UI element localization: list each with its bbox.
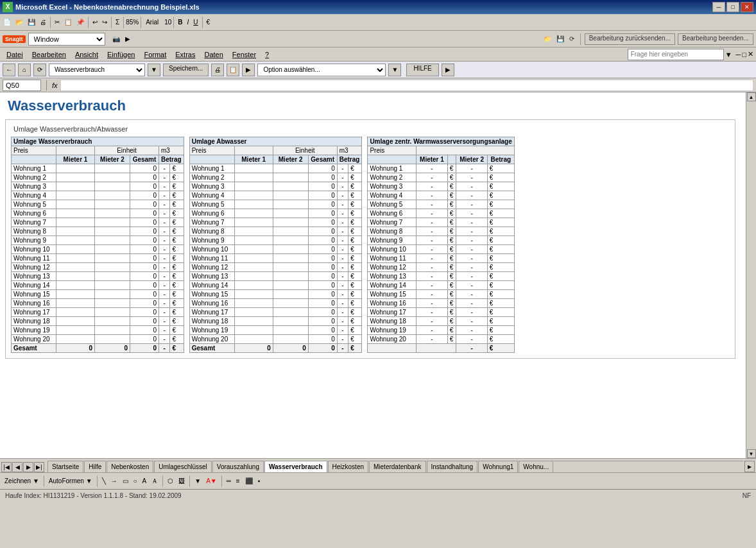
t1r8-m2[interactable] [95, 236, 130, 245]
tab-wasserverbrauch[interactable]: Wasserverbrauch [264, 461, 327, 472]
t1r7-m1[interactable] [56, 227, 95, 236]
remote-back-button[interactable]: Bearbeitung zurücksenden... [585, 33, 675, 45]
draw-3d-btn[interactable]: ⬛ [243, 474, 255, 488]
draw-fillcolor-btn[interactable]: ▼ [193, 474, 203, 488]
t1r14-m1[interactable] [56, 290, 95, 299]
nav-refresh-button[interactable]: ⟳ [33, 64, 46, 76]
option-select[interactable]: Option auswählen... [257, 64, 386, 76]
t2r5-m1[interactable] [234, 209, 273, 218]
t1r14-m2[interactable] [95, 290, 130, 299]
t2r6-m1[interactable] [234, 218, 273, 227]
t2r0-m2[interactable] [273, 164, 308, 173]
t2r16-m1[interactable] [234, 308, 273, 317]
t1r0-m1[interactable] [56, 164, 95, 173]
tab-wohnung1[interactable]: Wohnung1 [478, 461, 518, 472]
t1r1-m2[interactable] [95, 173, 130, 182]
draw-shadow-btn[interactable]: ▪ [256, 474, 262, 488]
redo-button[interactable]: ↪ [100, 15, 109, 30]
t1r5-m2[interactable] [95, 209, 130, 218]
t1r7-m2[interactable] [95, 227, 130, 236]
t1r15-m2[interactable] [95, 299, 130, 308]
t2r0-m1[interactable] [234, 164, 273, 173]
t1r12-m1[interactable] [56, 272, 95, 281]
undo-button[interactable]: ↩ [90, 15, 99, 30]
tab-first-button[interactable]: |◀ [1, 462, 12, 472]
bold-button[interactable]: B [176, 15, 184, 30]
t2r10-m1[interactable] [234, 254, 273, 263]
option-dropdown-icon[interactable]: ▼ [388, 64, 401, 76]
print-button[interactable]: 🖨 [38, 15, 48, 30]
nav-icon-2[interactable]: 📋 [227, 64, 239, 76]
t1r17-m2[interactable] [95, 317, 130, 326]
close-button[interactable]: ✕ [741, 2, 753, 12]
t2r15-m2[interactable] [273, 299, 308, 308]
t2r11-m2[interactable] [273, 263, 308, 272]
t2r18-m2[interactable] [273, 326, 308, 335]
t1r18-m1[interactable] [56, 326, 95, 335]
t2r17-m2[interactable] [273, 317, 308, 326]
draw-border-btn[interactable]: ≡ [234, 474, 242, 488]
table3-preis-value[interactable] [417, 146, 515, 155]
t1r8-m1[interactable] [56, 236, 95, 245]
t1r16-m1[interactable] [56, 308, 95, 317]
t2r19-m1[interactable] [234, 335, 273, 344]
save-button[interactable]: 💾 [26, 15, 37, 30]
table1-preis-value[interactable] [56, 146, 95, 155]
tab-umlageschluessel[interactable]: Umlageschlüssel [154, 461, 212, 472]
snagit-btn-2[interactable]: ▶ [123, 32, 132, 46]
scroll-down-button[interactable]: ▼ [747, 449, 756, 458]
t2r16-m2[interactable] [273, 308, 308, 317]
t2r7-m1[interactable] [234, 227, 273, 236]
t2r3-m2[interactable] [273, 191, 308, 200]
t1r17-m1[interactable] [56, 317, 95, 326]
menu-datei[interactable]: Datei [3, 49, 27, 60]
formula-input[interactable] [60, 80, 753, 91]
restore-button[interactable]: □ [726, 2, 739, 12]
tab-heizkosten[interactable]: Heizkosten [328, 461, 368, 472]
snagit-btn-1[interactable]: 📷 [110, 32, 122, 46]
t2r2-m2[interactable] [273, 182, 308, 191]
draw-diagram-btn[interactable]: ⬡ [166, 474, 175, 488]
t2r4-m1[interactable] [234, 200, 273, 209]
sum-button[interactable]: Σ [114, 15, 121, 30]
cut-button[interactable]: ✂ [53, 15, 62, 30]
tab-wohnu[interactable]: Wohnu... [519, 461, 553, 472]
t2r7-m2[interactable] [273, 227, 308, 236]
t2r19-m2[interactable] [273, 335, 308, 344]
t1r3-m1[interactable] [56, 191, 95, 200]
t1r0-m2[interactable] [95, 164, 130, 173]
remote-icon-2[interactable]: 💾 [554, 32, 566, 46]
t2r15-m1[interactable] [234, 299, 273, 308]
t1r18-m2[interactable] [95, 326, 130, 335]
tab-hilfe[interactable]: Hilfe [84, 461, 106, 472]
t1r1-m1[interactable] [56, 173, 95, 182]
t1r10-m1[interactable] [56, 254, 95, 263]
t1r9-m1[interactable] [56, 245, 95, 254]
nav-arrow-icon[interactable]: ▶ [442, 64, 454, 76]
paste-button[interactable]: 📌 [74, 15, 86, 30]
t1r4-m1[interactable] [56, 200, 95, 209]
draw-lines-btn[interactable]: ═ [225, 474, 233, 488]
tab-instandhaltung[interactable]: Instandhaltung [427, 461, 478, 472]
t1r10-m2[interactable] [95, 254, 130, 263]
new-button[interactable]: 📄 [1, 15, 13, 30]
t1r5-m1[interactable] [56, 209, 95, 218]
t2r9-m1[interactable] [234, 245, 273, 254]
vertical-scrollbar[interactable]: ▲ ▼ [746, 92, 756, 458]
remote-end-button[interactable]: Bearbeitung beenden... [678, 33, 753, 45]
search-input[interactable] [628, 49, 724, 60]
t1r6-m2[interactable] [95, 218, 130, 227]
draw-line-btn[interactable]: ╲ [100, 474, 108, 488]
t2r14-m2[interactable] [273, 290, 308, 299]
draw-clipart-btn[interactable]: 🖼 [176, 474, 187, 488]
cell-reference-input[interactable] [3, 80, 41, 91]
table2-preis-value[interactable] [234, 146, 273, 155]
underline-button[interactable]: U [191, 15, 200, 30]
sheet-dropdown-icon[interactable]: ▼ [148, 64, 160, 76]
tab-nebenkosten[interactable]: Nebenkosten [107, 461, 153, 472]
draw-fontcolor-btn[interactable]: A▼ [204, 474, 219, 488]
draw-oval-btn[interactable]: ○ [132, 474, 139, 488]
t1r11-m2[interactable] [95, 263, 130, 272]
t2r8-m1[interactable] [234, 236, 273, 245]
currency-button[interactable]: € [205, 15, 212, 30]
